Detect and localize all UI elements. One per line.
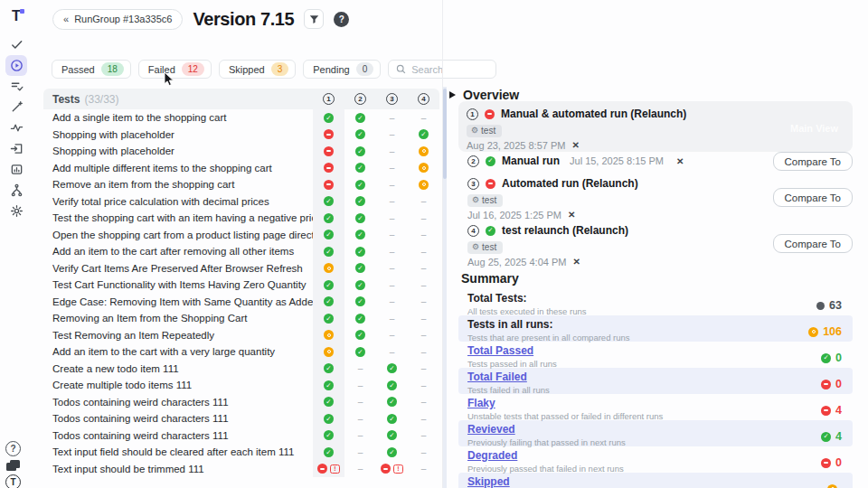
status-skip-icon [324,263,334,273]
test-name: Edge Case: Removing Item with Same Quant… [52,296,313,307]
table-row[interactable]: Remove an item from the shopping cart✓– [43,176,439,193]
summary-label[interactable]: Total Passed [467,344,557,357]
filter-funnel-icon[interactable] [304,9,324,29]
status-cell: – [376,193,408,211]
compare-to-button[interactable]: Compare To [773,188,853,207]
check-icon[interactable] [5,34,27,55]
summary-label[interactable]: Degraded [467,449,624,462]
status-none-dash: – [390,263,395,273]
summary-desc: Tests failed in all runs [467,385,550,395]
table-row[interactable]: Add an item to the cart with a very larg… [43,343,439,361]
status-skip-icon [827,484,837,488]
remove-run-icon[interactable]: ✕ [572,257,580,267]
table-row[interactable]: Text input should be trimmed 111!–!– [43,461,439,478]
compare-to-button[interactable]: Compare To [773,234,853,253]
status-pass-icon: ✓ [324,380,334,390]
table-row[interactable]: Shopping with placeholder✓– [43,143,439,160]
media-chart-icon[interactable] [5,159,27,180]
table-row[interactable]: Add an item to the cart after removing a… [43,243,439,260]
test-name: Todos containing weird characters 111 [52,397,313,408]
table-row[interactable]: Text input field should be cleared after… [43,444,439,461]
column-header-3[interactable]: 3 [376,93,408,105]
summary-label[interactable]: Skipped [467,475,510,488]
table-row[interactable]: Create multiple todo items 111✓–✓– [43,377,439,394]
run-item[interactable]: 2✓Manual runJul 15, 2025 8:15 PM✕ [467,155,684,167]
docs-books-icon[interactable] [6,460,20,471]
comment-bubble-icon[interactable]: ! [393,465,403,474]
remove-run-icon[interactable]: ✕ [568,210,575,220]
runs-play-icon[interactable] [5,55,27,76]
table-row[interactable]: Create a new todo item 111✓–✓– [43,361,439,378]
table-row[interactable]: Test Cart Functionality with Items Havin… [43,277,439,294]
table-row[interactable]: Add a single item to the shopping cart✓✓… [43,109,439,127]
checklist-icon[interactable] [5,76,27,97]
status-none-dash: – [390,330,395,340]
table-row[interactable]: Shopping with placeholder✓–✓ [43,127,439,144]
table-row[interactable]: Todos containing weird characters 111✓–✓… [43,410,439,427]
status-cell: – [376,310,408,327]
test-name: Text input field should be cleared after… [52,446,313,457]
summary-label[interactable]: Flaky [467,397,663,409]
status-cell: ✓ [344,176,376,193]
branch-icon[interactable] [5,180,27,201]
magic-wand-icon[interactable] [5,97,27,117]
table-row[interactable]: Verify Cart Items Are Preserved After Br… [43,260,439,277]
status-cell: – [376,294,408,311]
help-icon[interactable]: ? [334,12,349,27]
compare-to-button[interactable]: Compare To [773,152,853,171]
status-cell: ✓ [408,127,439,144]
run-item-card[interactable]: 1Manual & automated run (Relaunch)⚙testA… [458,101,853,152]
help-circle-icon[interactable]: ? [5,441,21,456]
filter-chip-skipped[interactable]: Skipped3 [219,60,296,79]
test-name: Add a single item to the shopping cart [52,112,313,123]
table-row[interactable]: Test the shopping cart with an item havi… [43,210,439,227]
status-cell: – [376,243,408,260]
remove-run-icon[interactable]: ✕ [571,140,579,150]
column-header-4[interactable]: 4 [408,93,439,105]
test-name: Test Removing an Item Repeatedly [52,330,313,341]
profile-avatar[interactable]: T [5,474,21,488]
activity-icon[interactable] [5,117,27,138]
summary-count: 0 [835,352,842,364]
status-pass-icon: ✓ [419,129,429,139]
status-cell: ✓ [313,394,344,411]
column-header-2[interactable]: 2 [344,93,376,105]
status-pass-icon: ✓ [324,230,334,239]
status-pass-icon: ✓ [387,363,397,373]
summary-label[interactable]: Total Failed [467,371,550,383]
table-row[interactable]: Todos containing weird characters 111✓–✓… [43,427,439,445]
table-row[interactable]: Removing an Item from the Shopping Cart✓… [43,310,439,327]
column-header-1[interactable]: 1 [313,93,344,105]
settings-gear-icon[interactable] [5,201,27,221]
table-row[interactable]: Edge Case: Removing Item with Same Quant… [43,294,439,311]
filter-chip-pending[interactable]: Pending0 [303,60,381,79]
status-none-dash: – [358,430,363,440]
status-pass-icon: ✓ [355,213,365,223]
table-row[interactable]: Open the shopping cart from a product li… [43,227,439,244]
table-row[interactable]: Add multiple different items to the shop… [43,160,439,177]
collapse-triangle-icon[interactable] [449,91,456,99]
status-cell: – [376,343,408,361]
remove-run-icon[interactable]: ✕ [676,156,684,166]
status-cell: ✓ [313,410,344,427]
filter-chip-failed[interactable]: Failed12 [138,60,212,79]
summary-label[interactable]: Revieved [467,423,626,436]
filter-chip-passed[interactable]: Passed18 [52,60,131,79]
run-number-badge: 2 [354,93,366,105]
table-row[interactable]: Test Removing an Item Repeatedly✓–– [43,327,439,344]
import-box-icon[interactable] [5,138,27,159]
status-pass-icon: ✓ [324,430,334,440]
status-skip-icon [808,327,818,337]
table-row[interactable]: Todos containing weird characters 111✓–✓… [43,394,439,411]
table-row[interactable]: Verify total price calculation with deci… [43,193,439,211]
status-none-dash: – [390,196,395,206]
run-number-badge: 1 [467,108,478,120]
back-button[interactable]: « RunGroup #13a335c6 [52,9,183,30]
sidebar: T [0,0,33,488]
main-view-label: Main View [790,123,838,134]
app-logo-icon[interactable]: T [8,8,24,24]
status-cell: ! [313,461,344,478]
status-none-dash: – [390,296,395,306]
comment-bubble-icon[interactable]: ! [330,465,340,474]
summary-desc: Previously failing that passed in next r… [467,437,626,447]
